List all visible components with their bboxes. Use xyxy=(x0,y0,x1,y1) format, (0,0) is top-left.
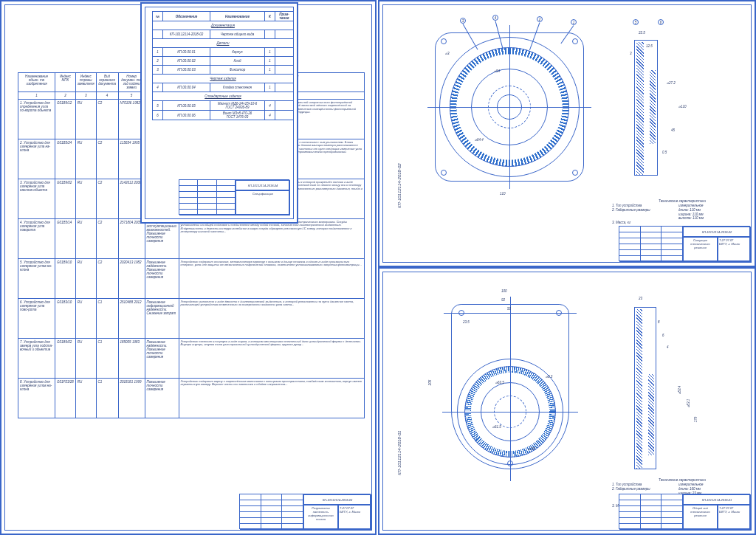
side-profile xyxy=(634,307,656,469)
dim: 179 xyxy=(694,417,698,423)
mount-hole xyxy=(572,38,578,44)
dim: 45 xyxy=(671,128,675,132)
col-header: Наименование объек- та изобретения xyxy=(18,73,55,92)
table-row: 1КП.00.00.01Корпус1 xyxy=(153,48,294,57)
col-header: Индекс МПК xyxy=(55,73,76,92)
draw-area: ⌀54 ⌀64.4 ⌀3 110 3 4 2 1 22.5 12.5 3 ⌀27… xyxy=(398,10,747,258)
dim: ⌀3 xyxy=(445,52,450,55)
balloon: 5 xyxy=(633,19,639,25)
dim: 8 xyxy=(658,320,660,324)
col-header: Вид охранного документа xyxy=(96,73,118,92)
dim: ⌀63.5 xyxy=(495,381,504,384)
drawing-name: Спецификация xyxy=(236,190,290,215)
balloon: 2 xyxy=(537,16,543,22)
table-row: 2КП.00.00.02Клиб1 xyxy=(153,57,294,66)
drawing-code: КП-10112114-2018-01 xyxy=(683,494,751,505)
dim: ⌀54 xyxy=(494,69,500,73)
balloon: 1 xyxy=(571,19,577,25)
table-row: 4КП.00.00.04Кладка стекляноя1 xyxy=(153,83,294,92)
dim: 6 xyxy=(662,334,664,337)
table-row: 6КП.00.00.06Винт М3×8.470-26 ГОСТ 1476-9… xyxy=(153,111,294,120)
dim: 4 xyxy=(667,345,669,349)
mount-hole xyxy=(441,170,447,176)
drawing-name: Ситуация технического решения xyxy=(683,237,718,262)
balloon: 4 xyxy=(492,15,498,21)
dim: 205 xyxy=(428,380,432,386)
dim: 23 xyxy=(639,297,642,300)
hatch xyxy=(636,309,642,469)
table-row: 6. Устройство для измерения угла пово-ро… xyxy=(18,299,365,339)
dim: 12.5 xyxy=(646,44,653,48)
draw-area: 100 92 50 23.5 205 ⌀63.5 ⌀61.5 ⌀101 ⌀0.3… xyxy=(398,277,747,526)
dim: 23.5 xyxy=(463,320,470,324)
hatch xyxy=(636,42,644,175)
dim: ⌀110 xyxy=(678,105,687,108)
dim: ⌀0.3 xyxy=(546,375,552,379)
dim: 3 xyxy=(630,52,632,55)
dim: ⌀64.4 xyxy=(475,138,484,142)
title-block-01: КП-10112114-2018-01 Общий вид техническо… xyxy=(619,494,750,529)
drawing-name: Результаты патентно-информационного поис… xyxy=(303,505,338,530)
drawing-name: Общий вид технического решения xyxy=(683,505,718,530)
cline-h xyxy=(442,412,578,413)
cline-v xyxy=(510,297,511,481)
drawing-side: Т-27 07.07 БИТУ, г. Минск xyxy=(718,237,751,262)
sheet-04-specification: №ОбозначениеНаименованиеКПрим-чание Доку… xyxy=(140,2,298,224)
col-header: Индекс страны заявителя xyxy=(75,73,96,92)
dim: ⌀27.2 xyxy=(667,81,676,85)
drawing-side: Т-27 07.07 БИТУ, г. Минск xyxy=(718,505,751,530)
sheet-02-drawing: КП-10112114-2018-02 ⌀54 ⌀64.4 ⌀3 110 3 4… xyxy=(378,0,756,267)
hatch xyxy=(648,374,654,455)
side-profile xyxy=(634,40,658,176)
dim: 22.5 xyxy=(639,31,645,35)
tech-notes: Технические характеристики 1. Тип устрой… xyxy=(612,199,752,225)
dim: 110 xyxy=(500,192,506,196)
drawing-side: Т-27 07.07 БИТУ, г. Минск xyxy=(338,505,371,530)
title-block-04: КП-10112114-2018-04 Спецификация xyxy=(179,179,289,215)
balloon: 6 xyxy=(658,19,664,25)
dim: 50 xyxy=(507,307,511,311)
table-row: 5. Устройство для измерения углов на-кло… xyxy=(18,259,365,299)
dim: 100 xyxy=(501,289,507,293)
dim: 0.5 xyxy=(662,151,667,154)
cline-aux xyxy=(444,313,577,314)
dim: ⌀53.1 xyxy=(687,399,690,408)
table-row: 4. Устройство для измерения угла поворот… xyxy=(18,219,365,259)
table-row: КП-10112114-2018-02Чертеж общего вида xyxy=(153,30,294,39)
table-row: 3КП.00.00.03Фиксатор1 xyxy=(153,66,294,75)
hatch xyxy=(650,70,656,144)
specification-table: №ОбозначениеНаименованиеКПрим-чание Доку… xyxy=(152,11,294,120)
drawing-code: КП-10112114-2018-02 xyxy=(683,227,751,237)
table-row: 8. Устройство для измерения углов на-кло… xyxy=(18,379,365,418)
mount-hole xyxy=(572,170,578,176)
balloon: 3 xyxy=(460,18,466,24)
sheet-01-drawing: КП-10112114-2018-01 100 92 50 23.5 205 ⌀… xyxy=(378,267,756,535)
dim: ⌀101 xyxy=(528,447,536,451)
table-row: 7. Устройство для замера угла подста-воч… xyxy=(18,339,365,379)
title-block-02: КП-10112114-2018-02 Ситуация техническог… xyxy=(619,226,750,261)
drawing-code: КП-10112114-2018-03 xyxy=(303,494,371,505)
dim: ⌀53.4 xyxy=(678,386,681,395)
dim: ⌀61.5 xyxy=(492,425,501,429)
table-row: 5КП.00.00.05Магнит МД6-24×25×10-6 ГОСТ 2… xyxy=(153,101,294,111)
cline-v xyxy=(509,25,510,189)
mount-hole xyxy=(441,38,447,44)
drawing-code: КП-10112114-2018-04 xyxy=(236,180,290,190)
title-block-03: КП-10112114-2018-03 Результаты патентно-… xyxy=(239,494,371,529)
dim: 92 xyxy=(501,298,505,302)
